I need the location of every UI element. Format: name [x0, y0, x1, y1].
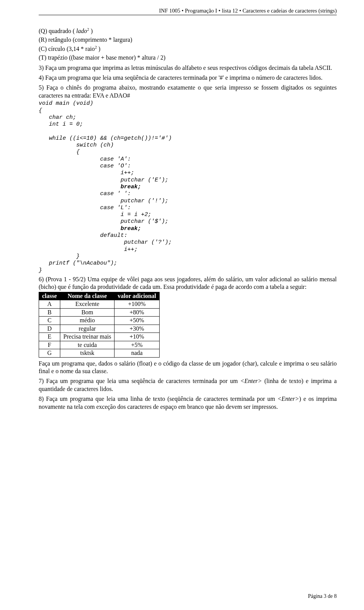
- code-line: putchar ('!');: [39, 198, 168, 204]
- code-line: char ch;: [39, 114, 76, 121]
- code-line: putchar ('$');: [39, 218, 168, 225]
- cell: +5%: [115, 341, 160, 349]
- cell: D: [39, 325, 60, 333]
- exercise-8: 8) Faça um programa que leia uma linha d…: [39, 395, 337, 411]
- exercise-4: 4) Faça um programa que leia uma seqüênc…: [39, 74, 337, 82]
- code-line: case 'A':: [39, 156, 131, 162]
- code-line: {: [39, 107, 42, 114]
- cell: nada: [115, 349, 160, 357]
- table-row: E Precisa treinar mais +10%: [39, 333, 160, 341]
- code-line: break;: [39, 225, 141, 232]
- lt2: <: [278, 396, 282, 402]
- exercise-6b: Faça um programa que, dados o salário (f…: [39, 360, 337, 375]
- c-suffix: ): [97, 46, 100, 52]
- code-line: switch (ch): [39, 142, 114, 148]
- cell: tsktsk: [60, 349, 115, 357]
- code-line: while ((i<=10) && (ch=getch())!='#'): [39, 135, 172, 142]
- th-value: valor adicional: [115, 292, 160, 300]
- code-line: }: [39, 267, 42, 274]
- table-row: C médio +50%: [39, 317, 160, 325]
- code-line: i++;: [39, 170, 134, 176]
- cell: +10%: [115, 333, 160, 341]
- th-class: classe: [39, 292, 60, 300]
- c-line: (C) círculo (3,14 * raio2 ): [39, 44, 337, 53]
- cell: Bom: [60, 308, 115, 316]
- cell: +30%: [115, 325, 160, 333]
- c-prefix: (C) círculo (3,14 * raio: [39, 46, 95, 52]
- enter-word: Enter: [244, 378, 258, 384]
- cell: +80%: [115, 308, 160, 316]
- table-row: D regular +30%: [39, 325, 160, 333]
- cell: regular: [60, 325, 115, 333]
- cell: médio: [60, 317, 115, 325]
- code-line: }: [39, 253, 80, 260]
- ex7-a: 7) Faça um programa que leia uma seqüênc…: [39, 378, 240, 384]
- q-prefix: (Q) quadrado (: [39, 28, 76, 34]
- class-table: classe Nome da classe valor adicional A …: [39, 292, 160, 358]
- gt2: >: [295, 396, 299, 402]
- code-line: case 'O':: [39, 163, 131, 169]
- q-var: lado: [76, 28, 87, 34]
- code-line: case ' ':: [39, 191, 131, 197]
- cell: te cuida: [60, 341, 115, 349]
- code-line: default:: [39, 232, 127, 239]
- q-line: (Q) quadrado ( lado2 ): [39, 27, 337, 35]
- cell: B: [39, 308, 60, 316]
- exercise-5: 5) Faça o chinês do programa abaixo, mos…: [39, 84, 337, 99]
- gt: >: [258, 378, 262, 384]
- code-line: i++;: [39, 246, 138, 253]
- code-line: putchar ('?');: [39, 239, 172, 246]
- exercise-3: 3) Faça um programa que imprima as letra…: [39, 64, 337, 72]
- cell: +50%: [115, 317, 160, 325]
- table-row: A Excelente +100%: [39, 300, 160, 308]
- code-line: i = i +2;: [39, 211, 151, 218]
- cell: Excelente: [60, 300, 115, 308]
- code-line: void main (void): [39, 100, 93, 107]
- table-header-row: classe Nome da classe valor adicional: [39, 292, 160, 300]
- q-suffix: ): [89, 28, 93, 34]
- cell: E: [39, 333, 60, 341]
- code-line: putchar ('E');: [39, 177, 168, 183]
- r-line: (R) retângulo (comprimento * largura): [39, 36, 337, 44]
- t-line: (T) trapézio ((base maior + base menor) …: [39, 54, 337, 61]
- cell: F: [39, 341, 60, 349]
- code-line: int i = 0;: [39, 121, 83, 128]
- code-line: printf ("\nAcabou");: [39, 260, 117, 266]
- ex8-a: 8) Faça um programa que leia uma linha d…: [39, 396, 278, 402]
- th-name: Nome da classe: [60, 292, 115, 300]
- exercise-6: 6) (Prova 1 - 95/2) Uma equipe de vôlei …: [39, 276, 337, 291]
- exercise-7: 7) Faça um programa que leia uma seqüênc…: [39, 377, 337, 393]
- cell: Precisa treinar mais: [60, 333, 115, 341]
- lt: <: [240, 378, 245, 384]
- table-row: F te cuida +5%: [39, 341, 160, 349]
- cell: A: [39, 300, 60, 308]
- page-footer: Página 3 de 8: [308, 593, 337, 599]
- code-line: case 'L':: [39, 205, 131, 211]
- enter-word2: Enter: [281, 396, 295, 402]
- cell: +100%: [115, 300, 160, 308]
- code-block: void main (void) { char ch; int i = 0; w…: [39, 100, 337, 274]
- cell: G: [39, 349, 60, 357]
- table-row: G tsktsk nada: [39, 349, 160, 357]
- cell: C: [39, 317, 60, 325]
- code-line: break;: [39, 184, 141, 190]
- table-row: B Bom +80%: [39, 308, 160, 316]
- page-header: INF 1005 • Programação I • lista 12 • Ca…: [39, 8, 337, 15]
- code-line: {: [39, 149, 80, 155]
